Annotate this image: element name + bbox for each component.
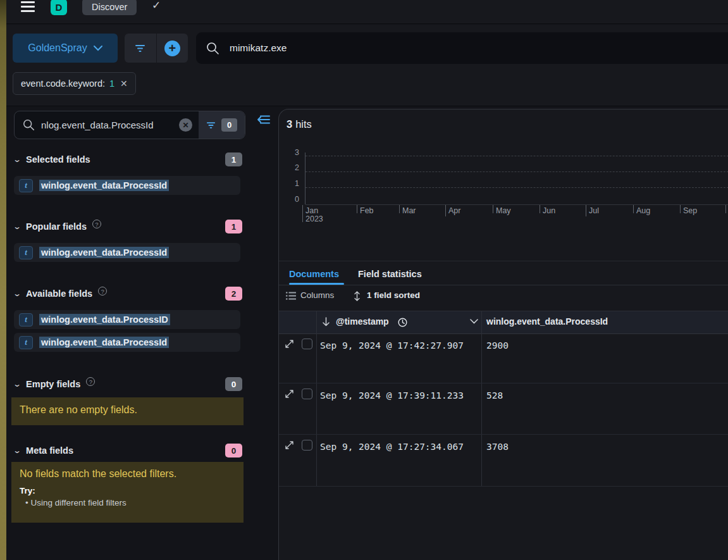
columns-button[interactable]: Columns	[300, 290, 334, 300]
column-header-process-id[interactable]: winlog.event_data.ProcessId	[486, 316, 608, 327]
x-tick-label: Aug	[636, 206, 650, 215]
chevron-down-icon: ⌄	[13, 446, 22, 455]
popular-fields-count: 1	[225, 220, 242, 233]
expand-icon[interactable]	[285, 390, 293, 398]
field-search-input[interactable]	[41, 120, 173, 130]
x-tick-label: Mar	[402, 206, 416, 215]
chevron-down-icon: ⌄	[13, 155, 22, 164]
section-meta-fields[interactable]: ⌄ Meta fields 0	[14, 443, 242, 458]
field-item[interactable]: t winlog.event_data.ProcessId	[14, 333, 240, 352]
hits-counter: 3hits	[287, 118, 312, 130]
table-row[interactable]: Sep 9, 2024 @ 17:42:27.907 2900	[279, 334, 728, 383]
space-avatar[interactable]: D	[51, 0, 67, 15]
filter-pill[interactable]: event.code.keyword: 1 ✕	[13, 72, 136, 95]
field-sorted-button[interactable]: 1 field sorted	[367, 290, 420, 300]
x-tick-label: Jan	[305, 206, 318, 215]
discover-main-panel: 3hits 3 2 1 0 Jan Feb Mar Ap	[278, 109, 728, 560]
window-edge-stripe	[0, 0, 6, 560]
cell-process-id: 3708	[486, 442, 509, 452]
field-filter-button[interactable]: 0	[199, 111, 245, 139]
search-icon	[23, 119, 35, 131]
cell-timestamp: Sep 9, 2024 @ 17:39:11.233	[320, 390, 464, 401]
y-axis-line	[305, 152, 305, 204]
empty-fields-callout: There are no empty fields.	[11, 397, 244, 425]
query-input[interactable]	[230, 42, 724, 54]
saved-query-menu-button[interactable]	[125, 34, 156, 63]
x-tick-label: Apr	[448, 206, 460, 215]
x-tick-year-label: 2023	[305, 215, 323, 223]
selected-fields-count: 1	[225, 152, 242, 166]
x-tick	[680, 205, 681, 213]
chevron-down-icon: ⌄	[13, 380, 22, 389]
row-checkbox[interactable]	[302, 389, 312, 399]
filter-button-group: +	[125, 34, 188, 63]
help-icon: ?	[86, 377, 95, 386]
section-available-fields[interactable]: ⌄ Available fields ? 2	[14, 286, 242, 301]
string-token-icon: t	[19, 179, 33, 192]
cell-process-id: 2900	[486, 340, 509, 351]
cell-timestamp: Sep 9, 2024 @ 17:42:27.907	[320, 340, 464, 351]
row-checkbox[interactable]	[302, 339, 312, 349]
empty-fields-count: 0	[225, 377, 242, 391]
field-search-box: ✕ 0	[14, 111, 245, 139]
x-tick	[357, 205, 357, 213]
x-axis-line	[305, 204, 728, 205]
fields-sidebar: ✕ 0 ⌄ Selected fields 1 t winlog.event_d…	[6, 106, 247, 560]
clear-search-icon[interactable]: ✕	[179, 118, 192, 132]
string-token-icon: t	[19, 336, 33, 349]
field-item[interactable]: t winlog.event_data.ProcessId	[14, 243, 240, 262]
cell-timestamp: Sep 9, 2024 @ 17:27:34.067	[320, 442, 464, 452]
x-tick-label: Sep	[683, 206, 697, 215]
tab-field-statistics[interactable]: Field statistics	[358, 269, 422, 279]
tab-documents[interactable]: Documents	[289, 269, 339, 279]
chevron-down-icon: ⌄	[13, 222, 22, 231]
search-icon	[206, 42, 219, 55]
filter-pill-value: 1	[109, 78, 114, 89]
section-popular-fields[interactable]: ⌄ Popular fields ? 1	[14, 219, 242, 234]
menu-icon[interactable]	[21, 1, 35, 13]
sort-descending-icon	[322, 317, 330, 327]
section-empty-fields[interactable]: ⌄ Empty fields ? 0	[14, 376, 242, 392]
chevron-down-icon	[94, 46, 102, 51]
x-tick	[302, 205, 303, 222]
table-row[interactable]: Sep 9, 2024 @ 17:39:11.233 528	[279, 384, 728, 435]
expand-icon[interactable]	[285, 441, 293, 449]
collapse-sidebar-button[interactable]	[256, 113, 271, 127]
query-bar-section: GoldenSpray + e	[6, 25, 728, 106]
y-tick-label: 0	[288, 195, 299, 204]
menu-left-icon	[256, 113, 271, 127]
hits-label: hits	[295, 118, 312, 130]
field-item[interactable]: t winlog.event_data.ProcessId	[14, 176, 240, 195]
filter-icon	[135, 44, 145, 53]
columns-icon	[286, 292, 296, 301]
section-selected-fields[interactable]: ⌄ Selected fields 1	[14, 152, 242, 167]
x-tick-label: Feb	[360, 206, 374, 215]
table-row[interactable]: Sep 9, 2024 @ 17:27:34.067 3708	[279, 435, 728, 487]
y-tick-label: 2	[288, 163, 299, 172]
string-token-icon: t	[19, 246, 33, 259]
column-header-timestamp[interactable]: @timestamp	[336, 316, 389, 327]
breadcrumb[interactable]: Discover	[82, 0, 137, 15]
row-checkbox[interactable]	[302, 440, 312, 451]
expand-icon[interactable]	[285, 340, 293, 348]
available-fields-count: 2	[225, 287, 242, 301]
tabs-divider	[279, 285, 728, 285]
meta-fields-callout: No fields match the selected filters. Tr…	[11, 462, 244, 523]
sort-icon	[353, 291, 361, 301]
add-filter-button[interactable]: +	[156, 34, 188, 63]
gridline	[305, 156, 728, 156]
x-tick	[493, 205, 493, 213]
section-divider	[279, 261, 728, 261]
x-tick	[633, 205, 634, 213]
kibana-discover-app: D Discover ✓ GoldenSpray +	[0, 0, 728, 560]
top-bar: D Discover ✓	[6, 0, 728, 24]
data-view-picker[interactable]: GoldenSpray	[13, 34, 118, 63]
check-icon: ✓	[152, 0, 161, 12]
remove-filter-icon[interactable]: ✕	[120, 78, 128, 89]
x-tick	[445, 205, 446, 216]
field-item[interactable]: t winlog.event_data.ProcessID	[14, 310, 240, 329]
chevron-down-icon[interactable]	[470, 319, 478, 324]
string-token-icon: t	[19, 313, 33, 327]
help-icon: ?	[92, 220, 101, 228]
x-tick	[540, 205, 540, 213]
